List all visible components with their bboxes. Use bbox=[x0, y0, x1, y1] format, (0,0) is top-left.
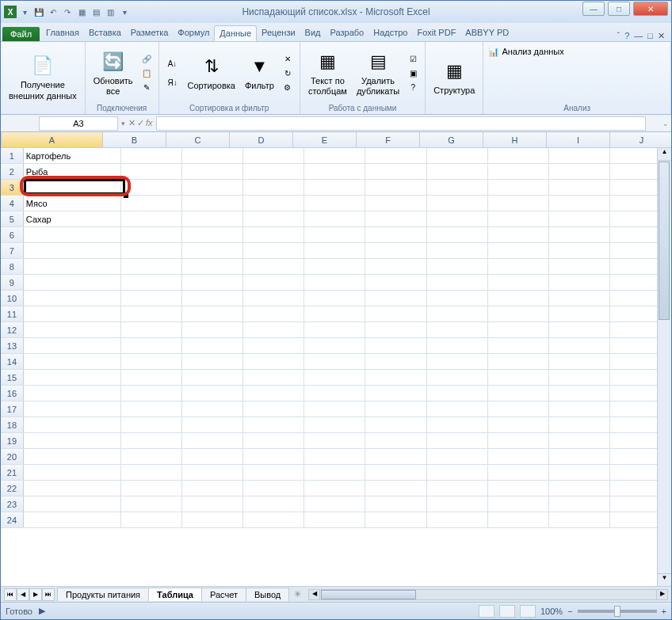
cell[interactable] bbox=[427, 211, 488, 226]
row-header[interactable]: 14 bbox=[1, 354, 24, 369]
ribbon-tab[interactable]: Формул bbox=[173, 25, 214, 41]
vertical-scrollbar[interactable]: ▲ ▼ bbox=[657, 148, 671, 586]
cell[interactable] bbox=[24, 417, 121, 432]
ribbon-tab[interactable]: Надстро bbox=[368, 25, 412, 41]
cell[interactable] bbox=[243, 512, 304, 527]
cell[interactable] bbox=[304, 322, 365, 337]
cell[interactable] bbox=[121, 306, 182, 321]
page-layout-view-button[interactable] bbox=[499, 605, 515, 618]
name-box[interactable]: A3 bbox=[39, 116, 118, 131]
cell[interactable] bbox=[427, 449, 488, 464]
cell[interactable] bbox=[182, 417, 243, 432]
sort-button[interactable]: ⇅ Сортировка bbox=[185, 52, 239, 93]
cell[interactable] bbox=[304, 370, 365, 385]
fill-handle[interactable] bbox=[124, 193, 128, 198]
cell[interactable] bbox=[304, 196, 365, 211]
cell[interactable] bbox=[304, 417, 365, 432]
cell[interactable] bbox=[304, 148, 365, 163]
sort-asc-button[interactable]: A↓ bbox=[164, 55, 181, 72]
ribbon-minimize-icon[interactable]: ˇ bbox=[617, 31, 620, 41]
cell[interactable]: Картофель bbox=[24, 148, 121, 163]
cell[interactable]: Мясо bbox=[24, 196, 121, 211]
cell[interactable] bbox=[365, 322, 426, 337]
cell[interactable] bbox=[121, 227, 182, 242]
cell[interactable] bbox=[488, 370, 549, 385]
cell[interactable] bbox=[243, 259, 304, 274]
maximize-button[interactable]: □ bbox=[608, 2, 630, 16]
cell[interactable] bbox=[365, 433, 426, 448]
cell[interactable] bbox=[488, 401, 549, 417]
cell[interactable] bbox=[182, 481, 243, 496]
cell[interactable] bbox=[488, 386, 549, 401]
row-header[interactable]: 21 bbox=[1, 465, 24, 480]
cell[interactable] bbox=[427, 291, 488, 306]
ribbon-tab[interactable]: Вставка bbox=[84, 25, 126, 41]
column-header[interactable]: G bbox=[420, 132, 483, 147]
cell[interactable] bbox=[243, 338, 304, 353]
cell[interactable] bbox=[304, 496, 365, 512]
cell[interactable] bbox=[121, 291, 182, 306]
doc-restore-icon[interactable]: □ bbox=[647, 31, 653, 41]
cell[interactable] bbox=[121, 465, 182, 480]
column-header[interactable]: J bbox=[610, 132, 671, 147]
cell[interactable] bbox=[549, 433, 610, 448]
file-tab[interactable]: Файл bbox=[2, 27, 40, 41]
row-header[interactable]: 16 bbox=[1, 386, 24, 401]
cell[interactable] bbox=[427, 148, 488, 163]
cell[interactable] bbox=[304, 354, 365, 369]
cell[interactable] bbox=[121, 481, 182, 496]
cell[interactable] bbox=[365, 449, 426, 464]
cell[interactable] bbox=[365, 465, 426, 480]
cell[interactable] bbox=[304, 275, 365, 290]
cell[interactable] bbox=[182, 275, 243, 290]
cell[interactable] bbox=[182, 306, 243, 321]
cell[interactable] bbox=[488, 196, 549, 211]
cell[interactable] bbox=[365, 259, 426, 274]
cell[interactable] bbox=[243, 481, 304, 496]
row-header[interactable]: 22 bbox=[1, 481, 24, 496]
cell[interactable] bbox=[427, 306, 488, 321]
cell[interactable] bbox=[365, 370, 426, 385]
cell[interactable] bbox=[24, 275, 121, 290]
cell[interactable] bbox=[549, 338, 610, 353]
cell[interactable] bbox=[365, 354, 426, 369]
cell[interactable] bbox=[24, 227, 121, 242]
cell[interactable] bbox=[243, 196, 304, 211]
grid-rows[interactable]: 1Картофель2Рыба34Мясо5Сахар6789101112131… bbox=[1, 148, 671, 586]
row-header[interactable]: 12 bbox=[1, 322, 24, 337]
save-icon[interactable]: 💾 bbox=[32, 6, 45, 18]
cell[interactable] bbox=[24, 496, 121, 512]
cell[interactable] bbox=[549, 401, 610, 417]
row-header[interactable]: 4 bbox=[1, 196, 24, 211]
cell[interactable] bbox=[121, 496, 182, 512]
prev-sheet-button[interactable]: ◀ bbox=[17, 588, 29, 601]
row-header[interactable]: 9 bbox=[1, 275, 24, 290]
row-header[interactable]: 13 bbox=[1, 338, 24, 353]
row-header[interactable]: 11 bbox=[1, 306, 24, 321]
cell[interactable] bbox=[488, 291, 549, 306]
edit-links-button[interactable]: ✎ bbox=[139, 81, 154, 93]
enter-icon[interactable]: ✓ bbox=[137, 118, 144, 128]
cell[interactable] bbox=[182, 496, 243, 512]
cell[interactable] bbox=[243, 386, 304, 401]
cell[interactable] bbox=[365, 338, 426, 353]
cell[interactable] bbox=[24, 291, 121, 306]
next-sheet-button[interactable]: ▶ bbox=[29, 588, 42, 601]
cell[interactable] bbox=[182, 512, 243, 527]
cell[interactable] bbox=[121, 512, 182, 527]
cell[interactable] bbox=[121, 370, 182, 385]
row-header[interactable]: 15 bbox=[1, 370, 24, 385]
cell[interactable] bbox=[243, 164, 304, 179]
cell[interactable] bbox=[121, 259, 182, 274]
cell[interactable] bbox=[24, 322, 121, 337]
cell[interactable] bbox=[549, 227, 610, 242]
row-header[interactable]: 24 bbox=[1, 512, 24, 527]
data-analysis-button[interactable]: 📊 Анализ данных bbox=[488, 47, 563, 57]
outline-button[interactable]: ▦ Структура bbox=[430, 57, 478, 97]
cell[interactable] bbox=[24, 481, 121, 496]
row-header[interactable]: 19 bbox=[1, 433, 24, 448]
cell[interactable] bbox=[182, 386, 243, 401]
cell[interactable] bbox=[304, 306, 365, 321]
cell[interactable] bbox=[243, 496, 304, 512]
cell[interactable] bbox=[549, 275, 610, 290]
